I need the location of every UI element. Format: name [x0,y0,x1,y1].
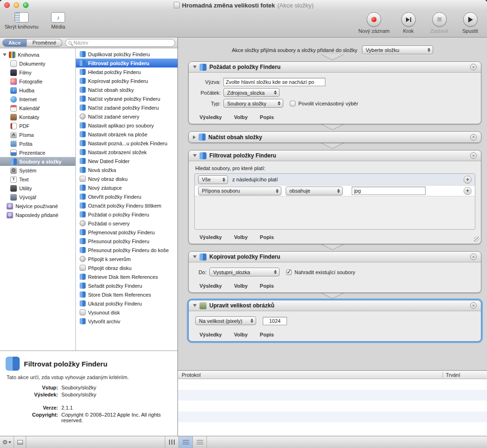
sidebar-item[interactable]: Fotografie [0,77,75,86]
action-list-item[interactable]: Store Disk Item References [76,290,177,299]
results-link[interactable]: Výsledky [199,283,222,289]
remove-action-button[interactable] [470,64,477,70]
options-link[interactable]: Volby [234,114,248,120]
action-list-item[interactable]: Přejmenovat položky Finderu [76,228,177,237]
sidebar-item-library-root[interactable]: Knihovna [0,50,75,59]
action-list-item[interactable]: Označit položky Finderu štítkem [76,201,177,210]
action-list-item[interactable]: Nová složka [76,165,177,174]
zoom-window-button[interactable] [23,2,29,8]
resize-grip[interactable] [474,237,480,242]
options-link[interactable]: Volby [234,283,248,289]
remove-action-button[interactable] [470,134,477,141]
action-block-ask-finder-items[interactable]: Požádat o položky Finderu Výzva: Počátek… [188,61,481,124]
action-list-item[interactable]: Načíst zadané servery [76,112,177,121]
action-block-scale-images[interactable]: Upravit velikost obrázků Na velikost (pi… [188,300,481,342]
workflow-variables-toggle-button[interactable] [14,436,26,448]
action-list-item[interactable]: Načíst vybrané položky Finderu [76,94,177,103]
sidebar-item[interactable]: Kalendář [0,104,75,112]
action-list-item[interactable]: Přesunout položky Finderu do koše [76,246,177,254]
attribute-popup[interactable]: Přípona souboru [198,187,281,195]
action-list-item[interactable]: Načíst zadané položky Finderu [76,103,177,112]
variables-view-button[interactable] [193,436,207,448]
disclosure-triangle-icon[interactable] [193,154,197,157]
results-link[interactable]: Výsledky [199,332,222,337]
description-link[interactable]: Popis [260,114,274,120]
action-list-item[interactable]: Připojit obraz disku [76,263,177,272]
search-input[interactable] [74,40,172,45]
description-link[interactable]: Popis [260,234,274,240]
sidebar-item[interactable]: PDF [0,121,75,130]
action-list-item[interactable]: Nastavit pozná...u položek Finderu [76,139,177,148]
sidebar-item[interactable]: Filmy [0,68,75,77]
action-list-item[interactable]: Hledat položky Finderu [76,67,177,76]
step-button[interactable]: Krok [396,12,421,34]
run-button[interactable]: Spustit [458,12,482,34]
action-list-item[interactable]: Nastavit aplikaci pro soubory [76,121,177,130]
disclosure-triangle-icon[interactable] [193,135,196,139]
description-link[interactable]: Popis [260,283,274,289]
media-button[interactable]: Média [46,12,70,30]
action-list-item[interactable]: Požádat o servery [76,219,177,228]
start-folder-popup[interactable]: Zdrojova_slozka [223,88,280,97]
match-scope-popup[interactable]: Vše [198,175,228,184]
action-block-copy-finder-items[interactable]: Kopírovat položky Finderu Do: Vystupni_s… [188,251,481,293]
replace-existing-checkbox[interactable] [286,269,292,275]
allow-multiple-checkbox[interactable] [290,101,295,106]
action-list-item[interactable]: Duplikovat položky Finderu [76,50,177,59]
tab-actions[interactable]: Akce [2,39,27,47]
sidebar-item[interactable]: Systém [0,166,75,175]
action-list-item[interactable]: Ukázat položky Finderu [76,299,177,308]
prompt-input[interactable] [223,78,325,86]
hide-library-button[interactable]: Skrýt knihovnu [5,12,38,30]
sidebar-item[interactable]: Prezentace [0,148,75,157]
sidebar-item[interactable]: Vývojář [0,193,75,202]
tab-variables[interactable]: Proměnné [27,39,62,47]
action-list-item[interactable]: Retrieve Disk Item References [76,272,177,281]
action-list-item[interactable]: Požádat o položky Finderu [76,210,177,219]
filter-term-input[interactable] [352,187,426,195]
options-link[interactable]: Volby [234,234,248,240]
sidebar-item[interactable]: Pošta [0,139,75,148]
action-list-item[interactable]: Připojit k serverům [76,254,177,263]
description-link[interactable]: Popis [260,332,274,337]
remove-action-button[interactable] [470,254,477,260]
action-list-item[interactable]: Filtrovat položky Finderu [76,59,177,67]
folder-select-popup[interactable]: Vyberte složku [362,45,433,54]
disclosure-triangle-icon[interactable] [193,304,197,307]
action-list-item[interactable]: Načíst obsah složky [76,85,177,94]
action-block-filter-finder-items[interactable]: Filtrovat položky Finderu Hledat soubory… [188,150,481,244]
disclosure-triangle-icon[interactable] [193,255,197,258]
disclosure-triangle-icon[interactable] [193,66,197,68]
sidebar-item[interactable]: Internet [0,95,75,104]
action-list-item[interactable]: Nastavit obrázek na ploše [76,130,177,139]
sidebar-item[interactable]: Písma [0,130,75,139]
close-window-button[interactable] [4,2,10,8]
action-list-item[interactable]: Otevřít položky Finderu [76,192,177,201]
action-list-item[interactable]: Nový obraz disku [76,174,177,183]
search-field[interactable] [65,39,175,47]
results-link[interactable]: Výsledky [199,114,222,120]
action-list-item[interactable]: Seřadit položky Finderu [76,281,177,290]
add-rule-button[interactable] [464,187,472,195]
scale-size-input[interactable] [263,317,287,325]
action-menu-button[interactable]: ⚙ [0,436,14,448]
add-rule-button[interactable] [464,176,472,184]
log-view-button[interactable] [179,436,193,448]
sidebar-item[interactable]: Dokumenty [0,59,75,68]
disclosure-triangle-icon[interactable] [3,53,7,56]
record-button[interactable]: Nový záznam [358,12,390,34]
remove-action-button[interactable] [470,302,477,309]
action-list-item[interactable]: Vysunout disk [76,308,177,317]
options-link[interactable]: Volby [234,332,248,337]
remove-action-button[interactable] [470,152,477,159]
action-list-item[interactable]: New Dated Folder [76,157,177,165]
sidebar-item[interactable]: Kontakty [0,112,75,121]
column-view-button[interactable] [165,436,179,448]
results-link[interactable]: Výsledky [199,234,222,240]
action-list-item[interactable]: Kopírovat položky Finderu [76,76,177,85]
scale-mode-popup[interactable]: Na velikost (pixely) [195,316,256,325]
action-list-item[interactable]: Nový zástupce [76,183,177,192]
type-popup[interactable]: Soubory a složky [223,99,283,108]
action-block-get-folder-contents[interactable]: Načíst obsah složky [188,131,481,143]
sidebar-item[interactable]: Utility [0,184,75,193]
